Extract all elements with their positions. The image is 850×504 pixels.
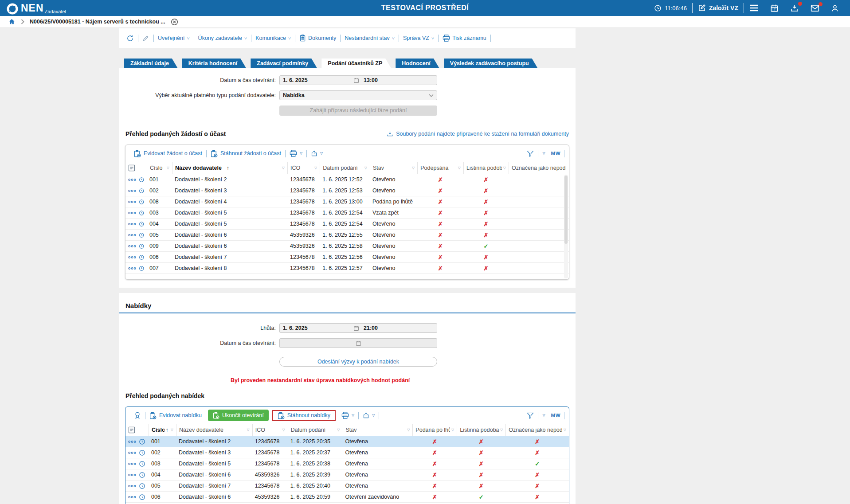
nen-logo[interactable]: NEN Zadavatel xyxy=(6,1,66,15)
column-settings[interactable] xyxy=(125,424,149,436)
clock-info-icon[interactable] xyxy=(139,449,145,456)
table-row[interactable]: ooo 006 Dodavatel - školení 6 45359326 1… xyxy=(125,492,569,503)
calendar-button[interactable] xyxy=(764,4,784,12)
clock-info-icon[interactable] xyxy=(139,438,145,445)
clock-info-icon[interactable] xyxy=(139,494,145,500)
tab-kriteria-hodnoceni[interactable]: Kritéria hodnocení xyxy=(182,59,246,68)
row-menu-icon[interactable]: ooo xyxy=(128,462,137,466)
tab-vysledek-zadavaciho-postupu[interactable]: Výsledek zadávacího postupu xyxy=(444,59,538,68)
column-header-cislo[interactable]: Číslo▽ xyxy=(147,162,172,174)
filter-caret-icon[interactable]: ▽ xyxy=(171,428,173,432)
export-button[interactable]: ▽ xyxy=(307,150,327,157)
column-header-nazev-dodavatele[interactable]: Název dodavatele↑▽ xyxy=(172,162,287,174)
open-datetime-field[interactable]: 1. 6. 2025 13:00 xyxy=(279,75,437,85)
table-row[interactable]: ooo 009 Dodavatel - školení 6 45359326 1… xyxy=(125,241,569,252)
column-header-ico[interactable]: IČO▽ xyxy=(252,424,288,436)
home-icon[interactable] xyxy=(8,18,16,25)
row-menu-icon[interactable]: ooo xyxy=(128,233,137,237)
table-row[interactable]: ooo 003 Dodavatel - školení 5 12345678 1… xyxy=(125,458,569,469)
row-menu-icon[interactable]: ooo xyxy=(128,244,137,248)
downloads-button[interactable] xyxy=(784,4,805,12)
collapse-button[interactable]: ▽ xyxy=(538,152,549,155)
filter-caret-icon[interactable]: ▽ xyxy=(407,428,410,432)
column-header-stav[interactable]: Stav▽ xyxy=(343,424,413,436)
download-offers-button[interactable]: Stáhnout nabídky xyxy=(276,412,332,419)
clock-info-icon[interactable] xyxy=(139,461,145,467)
create-vz-button[interactable]: Založit VZ xyxy=(693,4,744,12)
column-header-cislo[interactable]: Číslo↑▽ xyxy=(149,424,176,436)
table-row[interactable]: ooo 005 Dodavatel - školení 6 45359326 1… xyxy=(125,230,569,241)
filter-button[interactable] xyxy=(523,412,538,419)
send-call-for-offers-button[interactable]: Odeslání výzvy k podání nabídek xyxy=(279,357,437,367)
row-menu-icon[interactable]: ooo xyxy=(128,222,137,226)
column-header-nazev-dodavatele[interactable]: Název dodavatele▽ xyxy=(176,424,252,436)
column-header-stav[interactable]: Stav▽ xyxy=(370,162,417,174)
filter-caret-icon[interactable]: ▽ xyxy=(500,428,503,432)
filter-caret-icon[interactable]: ▽ xyxy=(282,166,285,170)
column-header-listinna-podoba[interactable]: Listinná podoba▽ xyxy=(457,424,505,436)
table-scrollbar[interactable] xyxy=(564,175,568,278)
column-header-listinna-podoba[interactable]: Listinná podoba▽ xyxy=(463,162,509,174)
clock-info-icon[interactable] xyxy=(139,483,145,489)
row-menu-icon[interactable]: ooo xyxy=(128,440,137,444)
scrollbar-thumb[interactable] xyxy=(564,176,568,244)
menu-sprava-vz[interactable]: Správa VZ ▽ xyxy=(399,35,438,41)
table-row[interactable]: ooo 004 Dodavatel - školení 5 12345678 1… xyxy=(125,219,569,230)
column-header-oznacena-jako-nepodana[interactable]: Označena jako nepodaná▽ xyxy=(505,424,569,436)
tab-hodnoceni[interactable]: Hodnocení xyxy=(396,59,439,68)
table-row[interactable]: ooo 002 Dodavatel - školení 3 12345678 1… xyxy=(125,447,569,458)
clock-info-icon[interactable] xyxy=(139,243,144,250)
clock-info-icon[interactable] xyxy=(139,176,144,183)
filter-button[interactable] xyxy=(523,150,538,157)
table-row[interactable]: ooo 005 Dodavatel - školení 7 12345678 1… xyxy=(125,481,569,492)
table-row[interactable]: ooo 001 Dodavatel - školení 2 12345678 1… xyxy=(125,174,569,185)
menu-tisk-zaznamu[interactable]: Tisk záznamu xyxy=(439,35,490,42)
clock-info-icon[interactable] xyxy=(139,265,144,272)
print-button[interactable]: ▽ xyxy=(337,412,358,419)
column-header-oznacena[interactable]: Označena jako nepodaná xyxy=(509,162,569,174)
register-request-button[interactable]: Evidovat žádost o účast xyxy=(130,150,206,157)
row-menu-icon[interactable]: ooo xyxy=(128,189,137,193)
column-settings[interactable] xyxy=(125,162,147,174)
row-menu-icon[interactable]: ooo xyxy=(128,473,137,477)
register-offer-button[interactable]: Evidovat nabídku xyxy=(145,412,206,419)
column-header-podana-po-lhute[interactable]: Podaná po lhůtě▽ xyxy=(412,424,457,436)
start-next-phase-button[interactable]: Zahájit přípravu následující fáze podání xyxy=(279,105,437,116)
menu-ukony-zadavatele[interactable]: Úkony zadavatele ▽ xyxy=(194,35,251,41)
tab-zakladni-udaje[interactable]: Základní údaje xyxy=(124,59,178,68)
table-row[interactable]: ooo 007 Dodavatel - školení 8 12345678 1… xyxy=(125,263,569,274)
export-button[interactable]: ▽ xyxy=(359,412,379,419)
filter-caret-icon[interactable]: ▽ xyxy=(412,166,415,170)
filter-caret-icon[interactable]: ▽ xyxy=(364,166,367,170)
filter-caret-icon[interactable]: ▽ xyxy=(337,428,340,432)
filter-caret-icon[interactable]: ▽ xyxy=(503,166,506,170)
menu-uverejneni[interactable]: Uveřejnění ▽ xyxy=(154,35,194,41)
filter-caret-icon[interactable]: ▽ xyxy=(247,428,250,432)
table-row[interactable]: ooo 008 Dodavatel - školení 4 12345678 1… xyxy=(125,196,569,207)
close-record-icon[interactable] xyxy=(171,18,178,26)
table-row[interactable]: ooo 003 Dodavatel - školení 5 12345678 1… xyxy=(125,207,569,219)
submission-files-link[interactable]: Soubory podání najdete připravené ke sta… xyxy=(387,131,569,137)
filter-caret-icon[interactable]: ▽ xyxy=(564,428,566,432)
print-button[interactable]: ▽ xyxy=(286,150,306,157)
menu-komunikace[interactable]: Komunikace ▽ xyxy=(251,35,295,41)
clock-info-icon[interactable] xyxy=(139,188,144,194)
clock-info-icon[interactable] xyxy=(139,472,145,478)
row-menu-icon[interactable]: ooo xyxy=(128,211,137,215)
table-row[interactable]: ooo 006 Dodavatel - školení 7 12345678 1… xyxy=(125,252,569,263)
collapse-button[interactable]: ▽ xyxy=(538,414,549,417)
column-header-datum-podani[interactable]: Datum podání▽ xyxy=(320,162,370,174)
row-menu-icon[interactable]: ooo xyxy=(128,484,137,488)
table-row[interactable]: ooo 001 Dodavatel - školení 2 12345678 1… xyxy=(125,436,569,447)
row-menu-icon[interactable]: ooo xyxy=(128,495,137,499)
filter-caret-icon[interactable]: ▽ xyxy=(282,428,285,432)
clock-info-icon[interactable] xyxy=(139,210,144,216)
filter-caret-icon[interactable]: ▽ xyxy=(458,166,461,170)
column-header-ico[interactable]: IČO▽ xyxy=(287,162,320,174)
refresh-button[interactable] xyxy=(122,35,138,42)
filter-caret-icon[interactable]: ▽ xyxy=(314,166,317,170)
filter-caret-icon[interactable]: ▽ xyxy=(167,166,169,170)
mw-button[interactable]: MW xyxy=(549,151,564,156)
row-menu-icon[interactable]: ooo xyxy=(128,255,137,259)
clock-info-icon[interactable] xyxy=(139,232,144,238)
